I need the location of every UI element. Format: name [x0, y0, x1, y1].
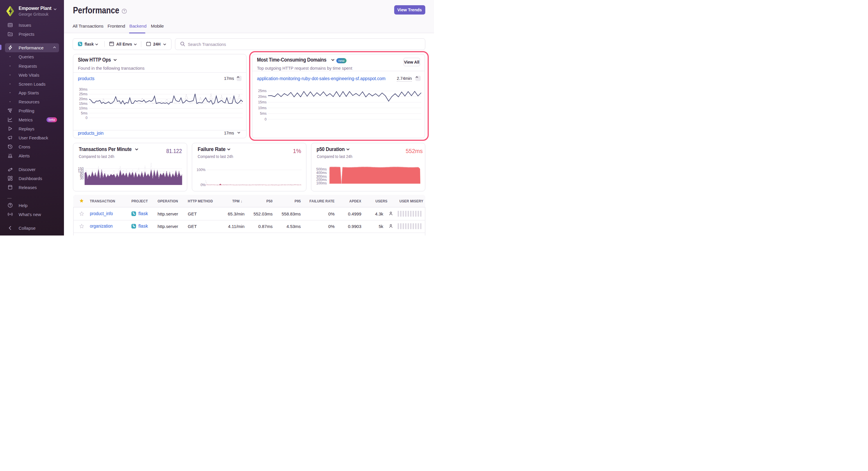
svg-text:100ms: 100ms	[316, 181, 327, 185]
svg-text:5ms: 5ms	[81, 111, 88, 115]
svg-text:0: 0	[86, 116, 88, 120]
svg-text:15ms: 15ms	[79, 102, 88, 106]
svg-text:100%: 100%	[196, 168, 206, 172]
svg-text:0%: 0%	[200, 183, 206, 187]
svg-text:10ms: 10ms	[79, 106, 88, 110]
svg-text:20ms: 20ms	[79, 97, 88, 101]
svg-text:25ms: 25ms	[79, 92, 88, 96]
svg-text:30: 30	[80, 176, 84, 180]
svg-text:30ms: 30ms	[79, 88, 88, 92]
